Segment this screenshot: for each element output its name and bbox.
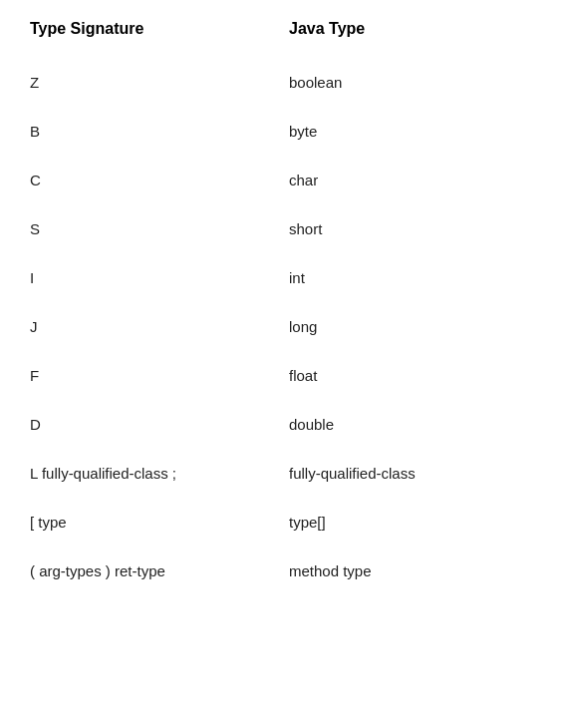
java-type-cell: double: [289, 414, 540, 435]
table-row: ( arg-types ) ret-typemethod type: [30, 546, 540, 595]
java-type-cell: type[]: [289, 512, 540, 533]
java-type-cell: short: [289, 218, 540, 239]
header-type-signature: Type Signature: [30, 20, 289, 38]
type-signature-cell: I: [30, 267, 289, 288]
java-type-cell: byte: [289, 121, 540, 142]
table-row: Iint: [30, 253, 540, 302]
table-header: Type Signature Java Type: [30, 20, 540, 50]
table-row: Bbyte: [30, 107, 540, 156]
type-signature-cell: ( arg-types ) ret-type: [30, 560, 289, 581]
type-signature-cell: B: [30, 121, 289, 142]
type-signature-cell: C: [30, 170, 289, 190]
table-row: L fully-qualified-class ;fully-qualified…: [30, 449, 540, 498]
type-signature-cell: D: [30, 414, 289, 435]
java-type-cell: int: [289, 267, 540, 288]
table-row: Ffloat: [30, 351, 540, 400]
java-type-cell: char: [289, 170, 540, 190]
java-type-cell: long: [289, 316, 540, 337]
table-row: [ typetype[]: [30, 498, 540, 546]
table-row: Ddouble: [30, 400, 540, 449]
header-java-type: Java Type: [289, 20, 540, 38]
table-row: Zboolean: [30, 58, 540, 107]
type-signature-cell: F: [30, 365, 289, 386]
type-signature-cell: S: [30, 218, 289, 239]
java-type-cell: float: [289, 365, 540, 386]
table-row: Sshort: [30, 204, 540, 253]
type-signature-cell: Z: [30, 72, 289, 93]
table-row: Cchar: [30, 156, 540, 204]
table-body: ZbooleanBbyteCcharSshortIintJlongFfloatD…: [30, 58, 540, 595]
type-signature-cell: L fully-qualified-class ;: [30, 463, 289, 484]
type-signature-table: Type Signature Java Type ZbooleanBbyteCc…: [30, 20, 540, 595]
table-row: Jlong: [30, 302, 540, 351]
type-signature-cell: [ type: [30, 512, 289, 533]
java-type-cell: method type: [289, 560, 540, 581]
java-type-cell: boolean: [289, 72, 540, 93]
java-type-cell: fully-qualified-class: [289, 463, 540, 484]
type-signature-cell: J: [30, 316, 289, 337]
